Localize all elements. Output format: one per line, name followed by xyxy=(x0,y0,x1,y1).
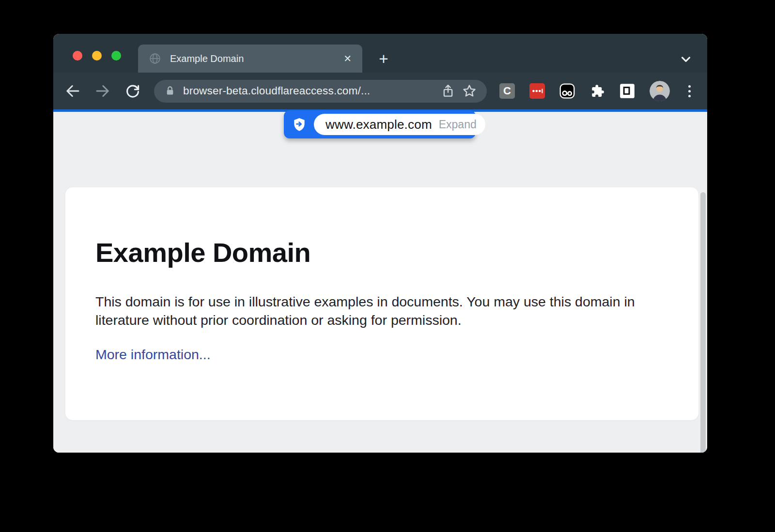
new-tab-button[interactable]: + xyxy=(374,49,393,69)
close-window-button[interactable] xyxy=(73,51,82,61)
zoom-window-button[interactable] xyxy=(111,51,121,61)
reload-button[interactable] xyxy=(122,80,143,102)
content-card: Example Domain This domain is for use in… xyxy=(65,187,698,420)
page-heading: Example Domain xyxy=(95,237,650,268)
tab-search-chevron-icon[interactable] xyxy=(677,51,695,67)
shield-arrow-icon xyxy=(292,117,307,132)
profile-avatar[interactable] xyxy=(650,81,670,101)
isolated-domain: www.example.com xyxy=(326,117,432,132)
black-binoculars-icon[interactable] xyxy=(559,83,575,99)
address-bar[interactable]: browser-beta.cloudflareaccess.com/... xyxy=(154,80,487,103)
isolation-banner[interactable]: www.example.com Expand xyxy=(284,110,476,138)
kebab-menu-icon[interactable] xyxy=(684,85,694,97)
white-square-icon[interactable] xyxy=(620,83,635,99)
minimize-window-button[interactable] xyxy=(92,51,102,61)
window-controls xyxy=(73,51,121,61)
page-viewport: Example Domain This domain is for use in… xyxy=(53,112,707,453)
c-badge-icon[interactable]: C xyxy=(499,83,515,99)
puzzle-extensions-icon[interactable] xyxy=(589,83,605,99)
tab-close-icon[interactable]: ✕ xyxy=(341,52,354,65)
lastpass-icon[interactable] xyxy=(529,83,545,99)
isolation-url-pill[interactable]: www.example.com Expand xyxy=(314,114,485,135)
tab-strip: Example Domain ✕ + xyxy=(53,34,707,73)
bookmark-star-icon[interactable] xyxy=(459,80,480,102)
browser-tab[interactable]: Example Domain ✕ xyxy=(138,45,362,73)
forward-button[interactable] xyxy=(92,80,113,102)
expand-button[interactable]: Expand xyxy=(439,118,477,131)
scrollbar[interactable] xyxy=(700,192,706,453)
extensions-row: C xyxy=(499,81,694,101)
lock-icon[interactable] xyxy=(164,85,176,97)
browser-window: Example Domain ✕ + xyxy=(53,34,707,453)
toolbar: browser-beta.cloudflareaccess.com/... C xyxy=(53,73,707,109)
page-paragraph: This domain is for use in illustrative e… xyxy=(95,292,650,329)
more-information-link[interactable]: More information... xyxy=(95,347,211,363)
tab-title: Example Domain xyxy=(170,53,341,64)
share-icon[interactable] xyxy=(437,80,459,102)
back-button[interactable] xyxy=(62,80,83,102)
globe-icon xyxy=(149,52,161,65)
url-text[interactable]: browser-beta.cloudflareaccess.com/... xyxy=(183,85,437,97)
